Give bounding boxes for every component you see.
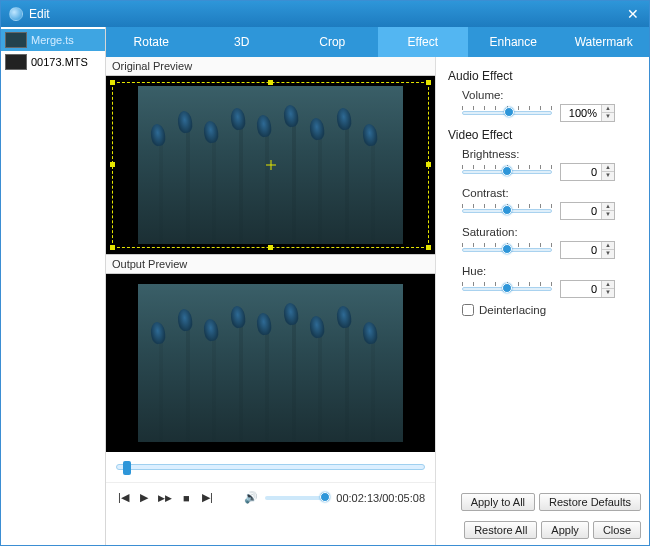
file-thumbnail-icon <box>5 32 27 48</box>
next-frame-button[interactable]: ▶| <box>200 490 215 506</box>
title-bar: Edit ✕ <box>1 1 649 27</box>
tab-enhance[interactable]: Enhance <box>468 27 559 57</box>
video-frame-image <box>138 86 403 244</box>
contrast-input[interactable] <box>561 203 601 219</box>
playback-controls: |◀ ▶ ▶▶ ■ ▶| 🔊 00:02:13/00:05:08 <box>106 482 435 512</box>
tab-rotate[interactable]: Rotate <box>106 27 197 57</box>
original-preview-label: Original Preview <box>106 57 435 76</box>
volume-input[interactable] <box>561 105 601 121</box>
brightness-input[interactable] <box>561 164 601 180</box>
crop-handle-w[interactable] <box>110 162 115 167</box>
file-name: Merge.ts <box>31 34 74 46</box>
crop-handle-n[interactable] <box>268 80 273 85</box>
apply-button[interactable]: Apply <box>541 521 589 539</box>
volume-icon[interactable]: 🔊 <box>244 490 259 506</box>
time-display: 00:02:13/00:05:08 <box>336 492 425 504</box>
tab-watermark[interactable]: Watermark <box>559 27 650 57</box>
volume-effect-slider[interactable] <box>462 106 552 120</box>
volume-slider[interactable] <box>265 496 331 500</box>
effects-panel: Audio Effect Volume: ▲▼ <box>436 57 649 316</box>
saturation-slider[interactable] <box>462 243 552 257</box>
timeline-row <box>106 452 435 482</box>
preview-column: Original Preview <box>106 57 436 545</box>
saturation-label: Saturation: <box>462 226 639 238</box>
close-icon[interactable]: ✕ <box>625 6 641 22</box>
apply-to-all-button[interactable]: Apply to All <box>461 493 535 511</box>
hue-label: Hue: <box>462 265 639 277</box>
hue-slider[interactable] <box>462 282 552 296</box>
original-preview[interactable] <box>106 76 435 254</box>
sidebar-item-00173[interactable]: 00173.MTS <box>1 51 105 73</box>
sidebar-item-merge[interactable]: Merge.ts <box>1 29 105 51</box>
spin-up-icon[interactable]: ▲ <box>602 242 614 250</box>
spin-down-icon[interactable]: ▼ <box>602 172 614 180</box>
audio-effect-heading: Audio Effect <box>448 69 639 83</box>
file-name: 00173.MTS <box>31 56 88 68</box>
spin-down-icon[interactable]: ▼ <box>602 113 614 121</box>
crop-handle-s[interactable] <box>268 245 273 250</box>
volume-label: Volume: <box>462 89 639 101</box>
tab-effect[interactable]: Effect <box>378 27 469 57</box>
hue-spinner[interactable]: ▲▼ <box>560 280 615 298</box>
spin-up-icon[interactable]: ▲ <box>602 281 614 289</box>
crop-handle-nw[interactable] <box>110 80 115 85</box>
spin-up-icon[interactable]: ▲ <box>602 164 614 172</box>
timeline-thumb[interactable] <box>123 461 131 475</box>
crop-handle-e[interactable] <box>426 162 431 167</box>
output-preview-label: Output Preview <box>106 254 435 274</box>
restore-defaults-button[interactable]: Restore Defaults <box>539 493 641 511</box>
video-frame-image <box>138 284 403 442</box>
spin-down-icon[interactable]: ▼ <box>602 250 614 258</box>
brightness-label: Brightness: <box>462 148 639 160</box>
tab-3d[interactable]: 3D <box>197 27 288 57</box>
window-title: Edit <box>29 7 50 21</box>
deinterlacing-checkbox[interactable] <box>462 304 474 316</box>
app-logo-icon <box>9 7 23 21</box>
contrast-slider[interactable] <box>462 204 552 218</box>
spin-up-icon[interactable]: ▲ <box>602 105 614 113</box>
brightness-slider[interactable] <box>462 165 552 179</box>
tab-crop[interactable]: Crop <box>287 27 378 57</box>
video-effect-heading: Video Effect <box>448 128 639 142</box>
spin-up-icon[interactable]: ▲ <box>602 203 614 211</box>
step-button[interactable]: ▶▶ <box>158 490 173 506</box>
restore-all-button[interactable]: Restore All <box>464 521 537 539</box>
deinterlacing-label: Deinterlacing <box>479 304 546 316</box>
output-preview[interactable] <box>106 274 435 452</box>
contrast-label: Contrast: <box>462 187 639 199</box>
file-thumbnail-icon <box>5 54 27 70</box>
crop-handle-ne[interactable] <box>426 80 431 85</box>
file-sidebar: Merge.ts 00173.MTS <box>1 27 106 545</box>
crop-handle-se[interactable] <box>426 245 431 250</box>
crop-handle-sw[interactable] <box>110 245 115 250</box>
spin-down-icon[interactable]: ▼ <box>602 211 614 219</box>
brightness-spinner[interactable]: ▲▼ <box>560 163 615 181</box>
contrast-spinner[interactable]: ▲▼ <box>560 202 615 220</box>
timeline-slider[interactable] <box>116 464 425 470</box>
stop-button[interactable]: ■ <box>179 490 194 506</box>
close-button[interactable]: Close <box>593 521 641 539</box>
saturation-input[interactable] <box>561 242 601 258</box>
tab-bar: Rotate 3D Crop Effect Enhance Watermark <box>106 27 649 57</box>
volume-spinner[interactable]: ▲▼ <box>560 104 615 122</box>
volume-thumb[interactable] <box>320 492 330 502</box>
play-button[interactable]: ▶ <box>137 490 152 506</box>
spin-down-icon[interactable]: ▼ <box>602 289 614 297</box>
saturation-spinner[interactable]: ▲▼ <box>560 241 615 259</box>
hue-input[interactable] <box>561 281 601 297</box>
prev-frame-button[interactable]: |◀ <box>116 490 131 506</box>
